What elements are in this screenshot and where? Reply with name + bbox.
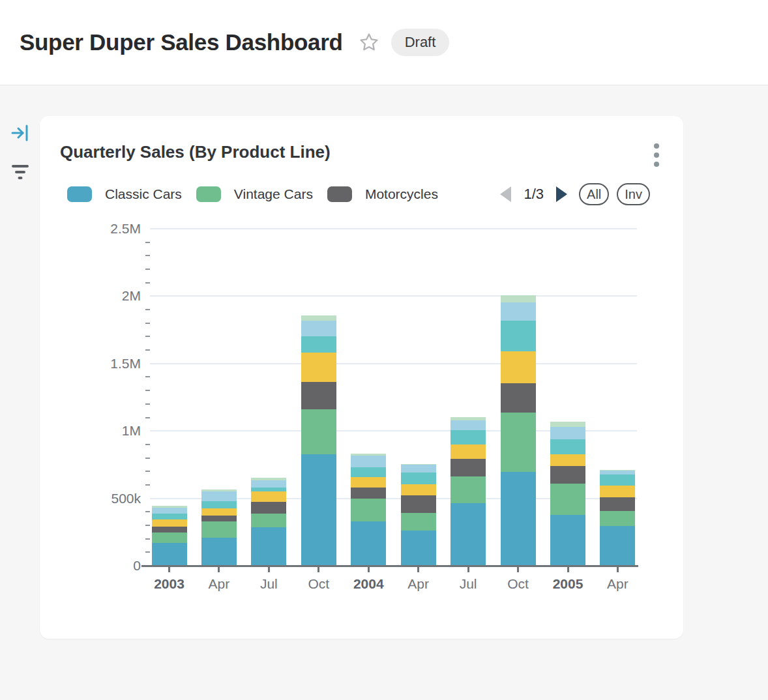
bar-segment[interactable]: [600, 474, 635, 485]
bar-segment[interactable]: [450, 417, 486, 420]
bar-segment[interactable]: [600, 497, 635, 511]
bar-segment[interactable]: [251, 478, 286, 480]
bar-segment[interactable]: [152, 527, 187, 532]
bar-segment[interactable]: [351, 488, 386, 499]
bar-segment[interactable]: [201, 491, 237, 501]
x-axis-tick-label: Jul: [243, 576, 295, 592]
bar-segment[interactable]: [550, 454, 585, 466]
bar-segment[interactable]: [501, 321, 536, 351]
bar-segment[interactable]: [450, 420, 486, 430]
dashboard-body: Quarterly Sales (By Product Line) Classi…: [0, 85, 768, 700]
y-axis-minor-tick: [145, 282, 150, 284]
x-axis-tick-label: Oct: [293, 576, 345, 592]
bar-segment[interactable]: [201, 521, 237, 538]
y-axis-minor-tick: [145, 458, 150, 459]
bar-segment[interactable]: [550, 422, 585, 426]
bar-segment[interactable]: [450, 503, 486, 566]
bar-segment[interactable]: [201, 538, 237, 566]
x-axis-tick-label: Jul: [442, 576, 494, 592]
filter-icon[interactable]: [10, 164, 30, 184]
bar-segment[interactable]: [550, 484, 585, 514]
y-axis-minor-tick: [145, 471, 150, 472]
bar-segment[interactable]: [301, 336, 336, 353]
bar-segment[interactable]: [201, 489, 237, 491]
bar-segment[interactable]: [600, 486, 635, 498]
bar-segment[interactable]: [450, 430, 486, 445]
bar-segment[interactable]: [201, 516, 237, 521]
bar-segment[interactable]: [550, 439, 585, 454]
x-axis-line: [141, 565, 638, 567]
bar-segment[interactable]: [301, 382, 336, 409]
bar-segment[interactable]: [251, 502, 286, 513]
bar-segment[interactable]: [401, 465, 436, 473]
bar-segment[interactable]: [301, 315, 336, 321]
bar-segment[interactable]: [201, 508, 237, 516]
bar-segment[interactable]: [401, 495, 436, 512]
bar-segment[interactable]: [550, 466, 585, 484]
y-axis-tick-label: 1M: [40, 424, 141, 438]
bar-segment[interactable]: [201, 501, 237, 509]
x-axis-tick: [218, 567, 220, 572]
bar-segment[interactable]: [301, 409, 336, 454]
bar-segment[interactable]: [600, 511, 635, 526]
gridline: [150, 295, 637, 297]
bar-segment[interactable]: [152, 508, 187, 514]
bar-segment[interactable]: [152, 532, 187, 544]
bar-segment[interactable]: [351, 477, 386, 488]
bar-segment[interactable]: [501, 351, 536, 384]
bar-segment[interactable]: [600, 526, 635, 566]
y-axis-minor-tick: [145, 417, 150, 418]
bar-segment[interactable]: [251, 527, 286, 566]
x-axis-tick-label: Apr: [193, 576, 245, 592]
x-axis-tick-label: 2004: [342, 576, 394, 592]
bar-segment[interactable]: [501, 295, 536, 303]
bar-segment[interactable]: [550, 515, 585, 566]
chart-card: Quarterly Sales (By Product Line) Classi…: [40, 116, 683, 639]
bar-segment[interactable]: [251, 491, 286, 503]
x-axis-tick: [517, 567, 519, 572]
y-axis-minor-tick: [145, 511, 150, 512]
side-toolbar: [8, 123, 32, 203]
bar-segment[interactable]: [450, 445, 486, 459]
y-axis-tick-label: 1.5M: [40, 357, 141, 371]
bar-segment[interactable]: [152, 514, 187, 519]
bar-segment[interactable]: [351, 467, 386, 477]
bar-segment[interactable]: [251, 514, 286, 528]
bar-segment[interactable]: [600, 471, 635, 474]
favorite-star-icon[interactable]: [359, 32, 379, 53]
bar-segment[interactable]: [401, 484, 436, 495]
bar-segment[interactable]: [450, 476, 486, 503]
bar-segment[interactable]: [251, 480, 286, 488]
bar-segment[interactable]: [152, 506, 187, 508]
bar-segment[interactable]: [152, 543, 187, 566]
bar-segment[interactable]: [501, 413, 536, 472]
bar-segment[interactable]: [401, 531, 436, 566]
x-axis-tick: [567, 567, 569, 572]
x-axis-tick-label: 2003: [143, 576, 196, 592]
bar-segment[interactable]: [351, 454, 386, 456]
bar-segment[interactable]: [351, 499, 386, 521]
bar-segment[interactable]: [351, 456, 386, 467]
app-header: Super Duper Sales Dashboard Draft: [0, 0, 768, 85]
bar-segment[interactable]: [550, 427, 585, 440]
y-axis-tick-label: 0: [40, 559, 141, 573]
x-axis-tick-label: Oct: [492, 576, 544, 592]
bar-segment[interactable]: [152, 519, 187, 527]
bar-segment[interactable]: [301, 353, 336, 382]
collapse-sidebar-icon[interactable]: [10, 123, 30, 145]
bar-segment[interactable]: [401, 473, 436, 485]
bar-segment[interactable]: [501, 383, 536, 413]
bar-segment[interactable]: [501, 302, 536, 321]
bar-segment[interactable]: [301, 454, 336, 566]
gridline: [150, 363, 637, 364]
bar-segment[interactable]: [401, 513, 436, 531]
x-axis-tick: [617, 567, 619, 572]
bar-segment[interactable]: [401, 464, 436, 465]
bar-segment[interactable]: [301, 321, 336, 336]
bar-segment[interactable]: [351, 521, 386, 566]
bar-segment[interactable]: [501, 472, 536, 566]
x-axis-tick: [467, 567, 469, 572]
bar-segment[interactable]: [600, 470, 635, 471]
bar-segment[interactable]: [450, 459, 486, 476]
bar-segment[interactable]: [251, 488, 286, 491]
